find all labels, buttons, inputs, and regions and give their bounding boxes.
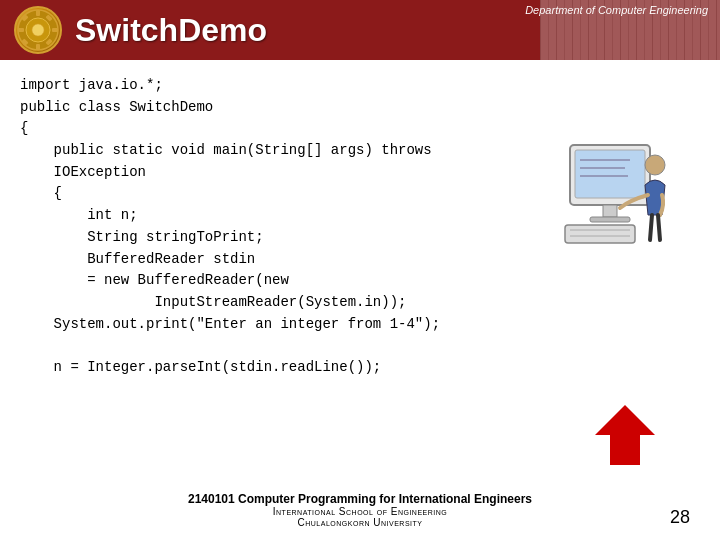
- dept-label: Department of Computer Engineering: [525, 4, 708, 16]
- footer-course: 2140101 Computer Programming for Interna…: [0, 492, 720, 506]
- svg-point-21: [645, 155, 665, 175]
- top-bar: SwitchDemo Department of Computer Engine…: [0, 0, 720, 60]
- computer-illustration: [540, 140, 680, 270]
- page-number: 28: [670, 507, 690, 528]
- svg-rect-3: [36, 10, 40, 16]
- main-content: import java.io.*; public class SwitchDem…: [0, 60, 720, 389]
- svg-rect-18: [565, 225, 635, 243]
- svg-point-2: [32, 24, 44, 36]
- footer-school: International School of Engineering: [0, 506, 720, 517]
- svg-marker-22: [595, 405, 655, 465]
- code-line-14: n = Integer.parseInt(stdin.readLine());: [20, 357, 700, 379]
- footer: 2140101 Computer Programming for Interna…: [0, 492, 720, 528]
- slide-title: SwitchDemo: [75, 12, 267, 49]
- code-line-3: {: [20, 118, 700, 140]
- logo: [10, 3, 65, 58]
- red-arrow-indicator: [590, 400, 660, 470]
- code-line-12: System.out.print("Enter an integer from …: [20, 314, 700, 336]
- svg-rect-17: [590, 217, 630, 222]
- code-line-2: public class SwitchDemo: [20, 97, 700, 119]
- code-line-13: [20, 335, 700, 357]
- svg-rect-16: [603, 205, 617, 217]
- code-line-1: import java.io.*;: [20, 75, 700, 97]
- code-line-11: InputStreamReader(System.in));: [20, 292, 700, 314]
- svg-rect-12: [575, 150, 645, 198]
- computer-svg: [540, 140, 680, 270]
- code-line-10: = new BufferedReader(new: [20, 270, 700, 292]
- svg-rect-6: [52, 28, 58, 32]
- footer-university: Chulalongkorn University: [0, 517, 720, 528]
- logo-circle: [14, 6, 62, 54]
- svg-rect-4: [36, 44, 40, 50]
- svg-rect-5: [18, 28, 24, 32]
